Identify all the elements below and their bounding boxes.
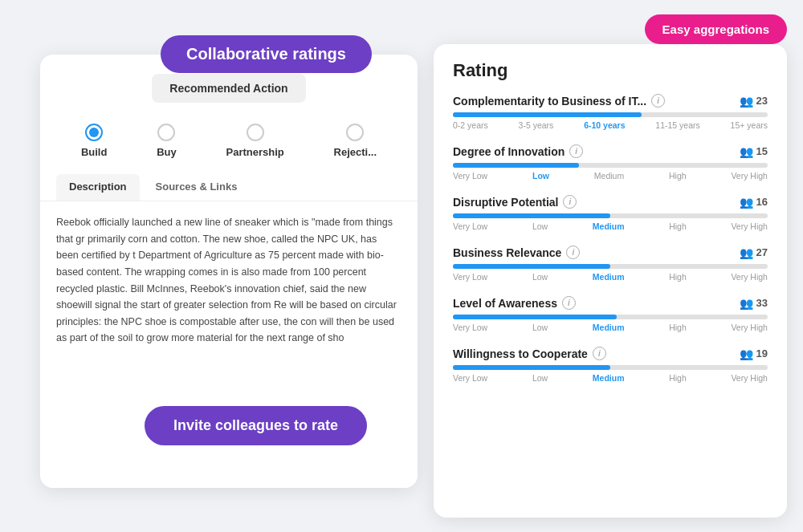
count-value-willingness_cooperate: 19 [756,347,768,359]
people-icon: 👥 [740,246,753,259]
tab-description[interactable]: Description [56,174,140,201]
tick-label-2: Medium [593,272,625,282]
rating-count-disruptive_potential: 👥16 [740,196,768,209]
tick-label-0: Very Low [453,272,487,282]
tick-label-2: Medium [593,373,625,383]
tick-label-3: High [669,221,687,231]
collaborative-ratings-badge: Collaborative ratings [161,35,372,73]
slider-fill-disruptive_potential [453,213,610,218]
rating-count-willingness_cooperate: 👥19 [740,347,768,360]
tick-label-4: Very High [731,323,768,332]
rating-title-text-level_awareness: Level of Awareness [453,297,557,310]
slider-track-disruptive_potential[interactable] [453,213,768,218]
slider-fill-business_relevance [453,264,610,269]
radio-circle-rejection [346,124,364,141]
rating-title-text-willingness_cooperate: Willingness to Cooperate [453,347,588,360]
info-icon: i [593,347,606,360]
radio-option-build[interactable]: Build [81,124,108,158]
tick-label-1: Low [532,272,548,282]
tick-label-0: Very Low [453,323,487,332]
count-value-complementarity: 23 [756,95,768,107]
tick-labels-business_relevance: Very LowLowMediumHighVery High [453,272,768,282]
radio-circle-build [85,124,103,141]
rating-title: Rating [453,60,768,81]
count-value-business_relevance: 27 [756,246,768,258]
tick-label-0: Very Low [453,171,487,181]
slider-track-business_relevance[interactable] [453,264,768,269]
rating-items-container: Complementarity to Business of IT...i👥23… [453,94,768,383]
rating-item-title-business_relevance: Business Relevancei [453,246,580,259]
count-value-level_awareness: 33 [756,297,768,309]
rating-item-header-degree_innovation: Degree of Innovationi👥15 [453,144,768,158]
rating-item-complementarity: Complementarity to Business of IT...i👥23… [453,94,768,130]
radio-circle-buy [157,124,175,141]
tick-label-2: Medium [594,171,624,181]
radio-options-row: Build Buy Partnership Rejecti... [40,116,418,174]
rating-item-header-disruptive_potential: Disruptive Potentiali👥16 [453,195,768,209]
tick-labels-complementarity: 0-2 years3-5 years6-10 years11-15 years1… [453,120,768,130]
radio-option-buy[interactable]: Buy [157,124,177,158]
info-icon: i [569,144,583,158]
rating-item-willingness_cooperate: Willingness to Cooperatei👥19Very LowLowM… [453,347,768,383]
right-card: Rating Complementarity to Business of IT… [434,44,787,518]
rating-item-business_relevance: Business Relevancei👥27Very LowLowMediumH… [453,246,768,282]
slider-track-complementarity[interactable] [453,112,768,117]
slider-fill-complementarity [453,112,642,117]
rating-item-header-willingness_cooperate: Willingness to Cooperatei👥19 [453,347,768,360]
people-icon: 👥 [740,95,753,108]
rating-item-disruptive_potential: Disruptive Potentiali👥16Very LowLowMediu… [453,195,768,231]
rating-title-text-degree_innovation: Degree of Innovation [453,145,565,158]
count-value-degree_innovation: 15 [756,145,768,157]
recommended-action-button[interactable]: Recommended Action [152,74,305,103]
radio-option-partnership[interactable]: Partnership [226,124,284,158]
tick-label-4: Very High [731,272,768,282]
rating-count-complementarity: 👥23 [740,95,768,108]
rating-title-text-complementarity: Complementarity to Business of IT... [453,95,646,108]
invite-colleagues-badge[interactable]: Invite colleagues to rate [145,406,367,445]
rating-item-title-willingness_cooperate: Willingness to Cooperatei [453,347,606,360]
rating-title-text-disruptive_potential: Disruptive Potential [453,196,558,209]
info-icon: i [651,94,665,108]
easy-aggregations-button[interactable]: Easy aggregations [645,14,787,44]
rating-count-degree_innovation: 👥15 [740,145,768,158]
rating-item-title-level_awareness: Level of Awarenessi [453,296,576,310]
radio-circle-partnership [247,124,264,141]
rating-item-header-complementarity: Complementarity to Business of IT...i👥23 [453,94,768,108]
tick-label-4: 15+ years [731,120,768,130]
tick-label-0: Very Low [453,221,487,231]
rating-count-business_relevance: 👥27 [740,246,768,259]
tick-labels-disruptive_potential: Very LowLowMediumHighVery High [453,221,768,231]
info-icon: i [566,246,580,259]
tick-label-1: Low [532,373,548,383]
tick-label-1: Low [532,221,548,231]
slider-track-level_awareness[interactable] [453,315,768,319]
people-icon: 👥 [740,297,753,310]
tab-sources-links[interactable]: Sources & Links [143,174,251,201]
radio-option-rejection[interactable]: Rejecti... [334,124,377,158]
tick-label-3: 11-15 years [655,120,699,130]
people-icon: 👥 [740,196,753,209]
tick-label-1: Low [532,323,548,332]
info-icon: i [562,296,576,310]
tick-label-2: 6-10 years [584,120,625,130]
tick-label-3: High [669,323,687,332]
slider-track-willingness_cooperate[interactable] [453,365,768,370]
tick-label-3: High [669,272,687,282]
tick-label-4: Very High [731,373,768,383]
tick-label-2: Medium [593,221,625,231]
tick-label-3: High [669,373,687,383]
slider-track-degree_innovation[interactable] [453,163,768,168]
info-icon: i [563,195,577,209]
rating-item-title-degree_innovation: Degree of Innovationi [453,144,583,158]
radio-label-partnership: Partnership [226,146,284,158]
tick-label-2: Medium [593,323,625,332]
tabs-row: Description Sources & Links [40,174,418,201]
slider-fill-willingness_cooperate [453,365,610,370]
radio-label-rejection: Rejecti... [334,146,377,158]
tick-labels-willingness_cooperate: Very LowLowMediumHighVery High [453,373,768,383]
tick-label-4: Very High [731,221,768,231]
tick-label-1: 3-5 years [519,120,554,130]
tick-label-4: Very High [731,171,768,181]
radio-label-buy: Buy [157,146,177,158]
slider-fill-degree_innovation [453,163,579,168]
